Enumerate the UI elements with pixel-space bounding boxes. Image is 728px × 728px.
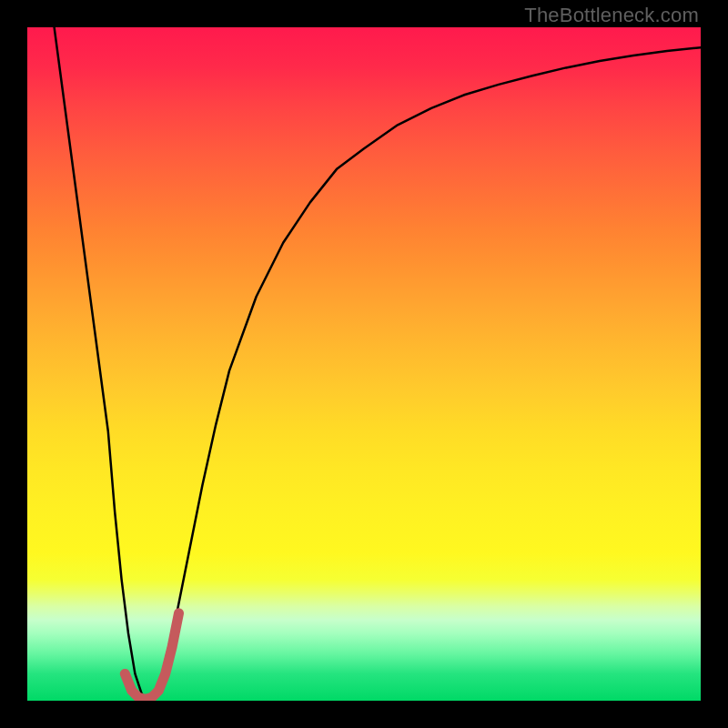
series-black-curve xyxy=(55,27,701,701)
plot-area xyxy=(27,27,701,701)
curves-svg xyxy=(27,27,701,701)
chart-frame: TheBottleneck.com xyxy=(0,0,728,728)
watermark-text: TheBottleneck.com xyxy=(524,4,699,27)
